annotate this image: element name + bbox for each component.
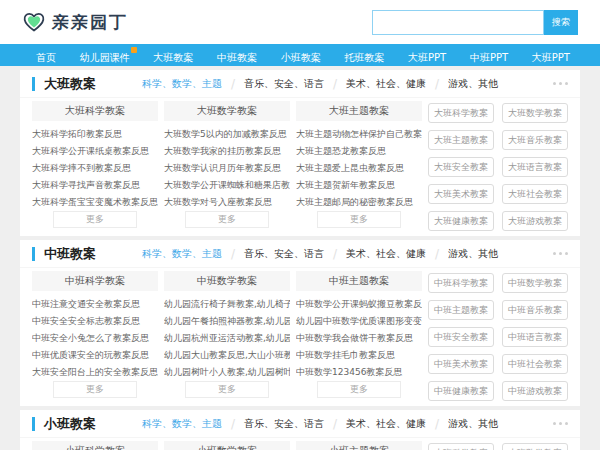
lesson-link[interactable]: 大班主题爱上昆虫教案反思 bbox=[296, 163, 404, 173]
lesson-column: 中班主题教案中班数学公开课蚂蚁搬豆教案反思幼儿园中班数学优质课图形变变变教案反中… bbox=[296, 271, 422, 401]
category-button[interactable]: 大班数学教案 bbox=[502, 103, 568, 123]
lesson-link[interactable]: 大班数学公开课蜘蛛和糖果店教案反思 bbox=[164, 180, 290, 190]
tab-xiaoban-0[interactable]: 科学、数学、主题 bbox=[142, 417, 222, 431]
lesson-link[interactable]: 中班安全小兔怎么了教案反思 bbox=[32, 333, 149, 343]
lesson-link[interactable]: 幼儿园树叶小人教案,幼儿园树叶小人教案 bbox=[164, 367, 290, 377]
lesson-link[interactable]: 中班数学公开课蚂蚁搬豆教案反思 bbox=[296, 299, 422, 309]
tab-daban-0[interactable]: 科学、数学、主题 bbox=[142, 77, 222, 91]
category-button[interactable]: 小班科学教案 bbox=[428, 443, 494, 450]
column-header: 大班数学教案 bbox=[164, 101, 290, 121]
category-button[interactable]: 中班社会教案 bbox=[502, 354, 568, 374]
tab-zhongban-1[interactable]: 音乐、安全、语言 bbox=[244, 247, 324, 261]
lesson-link[interactable]: 大班科学拓印教案反思 bbox=[32, 129, 122, 139]
lesson-link[interactable]: 幼儿园大山教案反思,大山小班教案 bbox=[164, 350, 290, 360]
category-button[interactable]: 大班社会教案 bbox=[502, 184, 568, 204]
section-tabs: 科学、数学、主题/音乐、安全、语言/美术、社会、健康/游戏、其他 bbox=[142, 77, 498, 91]
category-button[interactable]: 中班主题教案 bbox=[428, 300, 494, 320]
nav-item-daban-ppt-2[interactable]: 大班PPT bbox=[532, 52, 570, 63]
lesson-link[interactable]: 中班数学我会做饼干教案反思 bbox=[296, 333, 413, 343]
category-button[interactable]: 中班健康教案 bbox=[428, 381, 494, 401]
list-item: 大班科学蛋宝宝变魔术教案反思 bbox=[32, 191, 158, 208]
lesson-link[interactable]: 大班数学我家的挂历教案反思 bbox=[164, 146, 281, 156]
nav-item-home[interactable]: 首页 bbox=[36, 52, 56, 63]
nav-item-tuoban-lesson[interactable]: 托班教案 bbox=[344, 52, 384, 63]
category-button[interactable]: 中班语言教案 bbox=[502, 327, 568, 347]
lesson-link[interactable]: 大班数学认识月历年教案反思 bbox=[164, 163, 281, 173]
nav-item-zhongban-ppt[interactable]: 中班PPT bbox=[470, 52, 508, 63]
lesson-link[interactable]: 大班主题贺新年教案反思 bbox=[296, 180, 395, 190]
more-button[interactable]: 更多 bbox=[185, 381, 269, 398]
nav-item-kindergarten-courseware[interactable]: 幼儿园课件 bbox=[80, 52, 130, 63]
section-header: 中班教案科学、数学、主题/音乐、安全、语言/美术、社会、健康/游戏、其他 bbox=[20, 240, 580, 268]
lesson-link[interactable]: 大班主题恐龙教案反思 bbox=[296, 146, 386, 156]
category-button-grid: 小班科学教案小班数学教案 bbox=[428, 441, 568, 450]
lesson-link[interactable]: 大班科学蛋宝宝变魔术教案反思 bbox=[32, 197, 158, 207]
search-input[interactable] bbox=[372, 10, 544, 35]
more-button[interactable]: 更多 bbox=[53, 211, 137, 228]
tab-separator: / bbox=[435, 77, 439, 91]
more-button[interactable]: 更多 bbox=[317, 211, 401, 228]
category-button[interactable]: 中班数学教案 bbox=[502, 273, 568, 293]
tab-zhongban-0[interactable]: 科学、数学、主题 bbox=[142, 247, 222, 261]
category-button[interactable]: 中班安全教案 bbox=[428, 327, 494, 347]
lesson-link[interactable]: 大班数学对号入座教案反思 bbox=[164, 197, 272, 207]
category-button[interactable]: 大班科学教案 bbox=[428, 103, 494, 123]
lesson-link[interactable]: 幼儿园午餐拍照神器教案,幼儿园餐食拍照 bbox=[164, 316, 290, 326]
category-button[interactable]: 大班美术教案 bbox=[428, 184, 494, 204]
lesson-link[interactable]: 幼儿园杭州亚运活动教案,幼儿园杭州亚运 bbox=[164, 333, 290, 343]
lesson-link[interactable]: 大班科学寻找声音教案反思 bbox=[32, 180, 140, 190]
lesson-link[interactable]: 大班安全阳台上的安全教案反思 bbox=[32, 367, 158, 377]
nav-item-daban-lesson[interactable]: 大班教案 bbox=[153, 52, 193, 63]
lesson-link[interactable]: 大班科学摔不到教案反思 bbox=[32, 163, 131, 173]
tab-xiaoban-2[interactable]: 美术、社会、健康 bbox=[346, 417, 426, 431]
nav-item-xiaoban-lesson[interactable]: 小班教案 bbox=[281, 52, 321, 63]
tab-xiaoban-1[interactable]: 音乐、安全、语言 bbox=[244, 417, 324, 431]
lesson-link[interactable]: 大班主题动物怎样保护自己教案反思 bbox=[296, 129, 422, 139]
lesson-list: 大班科学拓印教案反思大班科学公开课纸桌教案反思大班科学摔不到教案反思大班科学寻找… bbox=[32, 123, 158, 208]
lesson-link[interactable]: 中班注意交通安全教案反思 bbox=[32, 299, 140, 309]
lesson-link[interactable]: 中班数学123456教案反思 bbox=[296, 367, 402, 377]
ellipsis-icon bbox=[553, 252, 568, 255]
lesson-link[interactable]: 幼儿园流行椅子舞教案,幼儿椅子舞教学视 bbox=[164, 299, 290, 309]
section-title: 大班教案 bbox=[32, 77, 96, 91]
lesson-link[interactable]: 大班数学5以内的加减教案反思 bbox=[164, 129, 287, 139]
column-header: 中班科学教案 bbox=[32, 271, 158, 291]
category-button[interactable]: 大班健康教案 bbox=[428, 211, 494, 231]
category-button[interactable]: 小班数学教案 bbox=[502, 443, 568, 450]
nav-item-zhongban-lesson[interactable]: 中班教案 bbox=[217, 52, 257, 63]
lesson-column: 中班数学教案幼儿园流行椅子舞教案,幼儿椅子舞教学视幼儿园午餐拍照神器教案,幼儿园… bbox=[164, 271, 290, 401]
list-item: 大班主题爱上昆虫教案反思 bbox=[296, 157, 422, 174]
nav-item-daban-ppt[interactable]: 大班PPT bbox=[408, 52, 446, 63]
tab-daban-2[interactable]: 美术、社会、健康 bbox=[346, 77, 426, 91]
tab-xiaoban-3[interactable]: 游戏、其他 bbox=[448, 417, 498, 431]
more-button[interactable]: 更多 bbox=[185, 211, 269, 228]
list-item: 大班主题恐龙教案反思 bbox=[296, 140, 422, 157]
tab-zhongban-3[interactable]: 游戏、其他 bbox=[448, 247, 498, 261]
more-button[interactable]: 更多 bbox=[317, 381, 401, 398]
category-button[interactable]: 中班美术教案 bbox=[428, 354, 494, 374]
category-button[interactable]: 中班科学教案 bbox=[428, 273, 494, 293]
lesson-link[interactable]: 中班优质课安全的玩教案反思 bbox=[32, 350, 149, 360]
lesson-link[interactable]: 大班主题邮局的秘密教案反思 bbox=[296, 197, 413, 207]
category-button[interactable]: 大班安全教案 bbox=[428, 157, 494, 177]
category-button[interactable]: 大班主题教案 bbox=[428, 130, 494, 150]
column-header: 大班主题教案 bbox=[296, 101, 422, 121]
more-button[interactable]: 更多 bbox=[53, 381, 137, 398]
column-header: 小班数学教案 bbox=[164, 441, 290, 450]
category-button[interactable]: 大班语言教案 bbox=[502, 157, 568, 177]
category-button[interactable]: 中班游戏教案 bbox=[502, 381, 568, 401]
site-logo[interactable]: 亲亲园丁 bbox=[22, 10, 128, 34]
category-button[interactable]: 大班音乐教案 bbox=[502, 130, 568, 150]
list-item: 大班数学对号入座教案反思 bbox=[164, 191, 290, 208]
lesson-link[interactable]: 中班数学挂毛巾教案反思 bbox=[296, 350, 395, 360]
lesson-link[interactable]: 幼儿园中班数学优质课图形变变变教案反 bbox=[296, 316, 422, 326]
search-button[interactable]: 搜索 bbox=[544, 10, 578, 35]
tab-daban-1[interactable]: 音乐、安全、语言 bbox=[244, 77, 324, 91]
tab-zhongban-2[interactable]: 美术、社会、健康 bbox=[346, 247, 426, 261]
lesson-link[interactable]: 中班安全安全标志教案反思 bbox=[32, 316, 140, 326]
lesson-link[interactable]: 大班科学公开课纸桌教案反思 bbox=[32, 146, 149, 156]
category-button[interactable]: 大班游戏教案 bbox=[502, 211, 568, 231]
category-button[interactable]: 中班音乐教案 bbox=[502, 300, 568, 320]
section-title: 中班教案 bbox=[32, 247, 96, 261]
tab-daban-3[interactable]: 游戏、其他 bbox=[448, 77, 498, 91]
